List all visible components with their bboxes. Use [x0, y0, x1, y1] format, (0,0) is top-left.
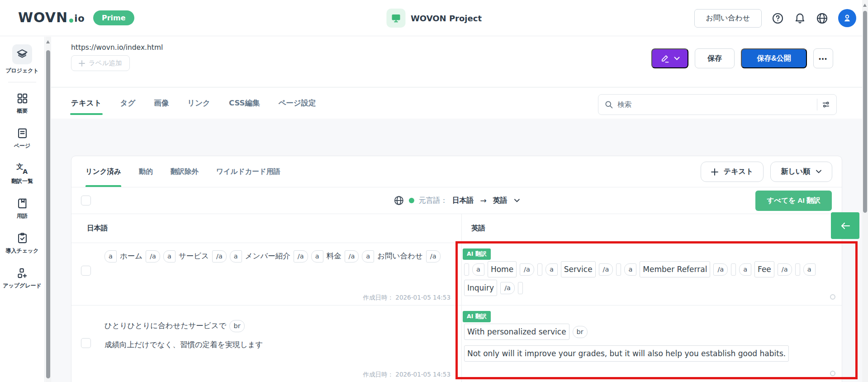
- scrollbar-thumb[interactable]: [46, 50, 50, 378]
- scroll-up-arrow[interactable]: [863, 4, 867, 7]
- inline-tag-a: a: [362, 250, 374, 263]
- translation-text-field[interactable]: Fee: [754, 261, 774, 277]
- inline-tag-a: a: [624, 263, 636, 276]
- book-icon: [16, 197, 28, 210]
- empty-translation-field[interactable]: [537, 263, 542, 276]
- sidebar-item-translations[interactable]: 文 A 翻訳一覧: [11, 162, 33, 185]
- sort-order-dropdown[interactable]: 新しい順: [770, 162, 832, 182]
- chevron-down-icon[interactable]: [514, 199, 520, 203]
- empty-translation-field[interactable]: [616, 263, 621, 276]
- globe-icon: [393, 195, 404, 206]
- content-scrollbar[interactable]: [45, 37, 51, 382]
- pen-icon: [660, 54, 670, 63]
- translation-text-field[interactable]: Service: [561, 261, 596, 277]
- sidebar-item-label: アップグレード: [3, 282, 42, 289]
- sidebar-item-overview[interactable]: 概要: [16, 92, 28, 115]
- empty-translation-field[interactable]: [518, 282, 523, 294]
- chevron-down-icon: [674, 57, 680, 61]
- subtab-excluded[interactable]: 翻訳除外: [171, 156, 199, 187]
- inline-tag-a: a: [545, 263, 558, 276]
- sidebar-item-label: 概要: [17, 108, 28, 115]
- inline-tag-end-a: /a: [599, 263, 613, 276]
- translate-all-button[interactable]: すべてを AI 翻訳: [755, 191, 832, 211]
- save-button[interactable]: 保存: [695, 48, 735, 68]
- project-switcher[interactable]: WOVON Project: [386, 0, 482, 36]
- scrollbar-thumb[interactable]: [863, 11, 867, 213]
- source-text: 料金: [327, 249, 342, 263]
- source-text: ひとりひとりに合わせたサービスで: [104, 319, 226, 333]
- edit-mode-button[interactable]: [651, 48, 688, 68]
- subtab-dynamic[interactable]: 動的: [139, 156, 153, 187]
- page-scrollbar[interactable]: [862, 0, 868, 382]
- line-break: [464, 342, 824, 343]
- empty-translation-field[interactable]: [795, 263, 800, 276]
- tab-links[interactable]: リンク: [187, 88, 210, 119]
- row-status-circle[interactable]: [830, 371, 835, 376]
- sidebar-item-glossary[interactable]: 用語: [16, 197, 28, 220]
- inline-tag-a: a: [803, 263, 816, 276]
- page-icon: [16, 127, 28, 139]
- translation-text-field[interactable]: Inquiry: [464, 280, 497, 296]
- contact-button[interactable]: お問い合わせ: [694, 9, 762, 28]
- arrow-right-icon: →: [480, 196, 486, 205]
- empty-translation-field[interactable]: [731, 263, 736, 276]
- empty-translation-field[interactable]: [464, 263, 469, 276]
- select-all-checkbox[interactable]: [81, 196, 91, 205]
- sidebar-item-pages[interactable]: ページ: [14, 127, 31, 149]
- scroll-up-arrow[interactable]: [46, 40, 50, 43]
- more-options-button[interactable]: •••: [813, 48, 833, 68]
- translation-text-field[interactable]: Home: [488, 261, 517, 277]
- search-box[interactable]: [598, 94, 837, 115]
- inline-tag-end-a: /a: [520, 263, 534, 276]
- notifications-bell-icon[interactable]: [794, 12, 806, 24]
- source-text: ホーム: [120, 249, 142, 263]
- sidebar-divider: [8, 82, 36, 82]
- tab-images[interactable]: 画像: [154, 88, 169, 119]
- help-icon[interactable]: [772, 12, 784, 24]
- row-status-circle[interactable]: [830, 294, 835, 300]
- subtab-linked[interactable]: リンク済み: [85, 156, 121, 187]
- plus-icon: [711, 168, 718, 176]
- row-checkbox[interactable]: [81, 338, 91, 348]
- add-label-button[interactable]: ラベル追加: [71, 55, 130, 71]
- inline-tag-br: br: [229, 320, 244, 332]
- upgrade-icon: [16, 267, 28, 279]
- row-checkbox[interactable]: [81, 266, 91, 276]
- language-globe-icon[interactable]: [816, 12, 828, 24]
- translation-text-field[interactable]: Not only will it improve your grades, bu…: [464, 345, 789, 362]
- collapse-panel-button[interactable]: [831, 212, 859, 239]
- user-avatar[interactable]: [838, 9, 856, 27]
- content-tab-bar: テキスト タグ 画像 リンク CSS編集 ページ設定: [51, 88, 862, 119]
- subtab-wildcard-glossary[interactable]: ワイルドカード用語: [216, 156, 280, 187]
- inline-tag-a: a: [472, 263, 484, 276]
- inline-tag-end-a: /a: [146, 250, 160, 263]
- target-column-header: 英語: [462, 214, 842, 243]
- tab-tags[interactable]: タグ: [120, 88, 136, 119]
- logo-dot-icon: [69, 19, 73, 23]
- translation-text-field[interactable]: Member Referral: [640, 261, 710, 277]
- inline-tag-end-a: /a: [778, 263, 792, 276]
- translation-text-field[interactable]: With personalized service: [464, 324, 569, 340]
- inline-tag-end-a: /a: [294, 250, 308, 263]
- language-pair-bar: 元言語： 日本語 → 英語 すべてを AI 翻訳: [71, 187, 842, 214]
- add-text-button[interactable]: テキスト: [701, 162, 764, 182]
- inline-tag-a: a: [163, 250, 175, 263]
- sidebar-item-upgrade[interactable]: アップグレード: [3, 267, 42, 289]
- text-rows: aホーム/aaサービス/aaメンバー紹介/aa料金/aaお問い合わせ/a作成日時…: [71, 243, 842, 382]
- tab-page-settings[interactable]: ページ設定: [278, 88, 316, 119]
- save-publish-button[interactable]: 保存&公開: [741, 48, 807, 68]
- search-input[interactable]: [617, 100, 813, 109]
- inline-tag-end-a: /a: [713, 263, 728, 276]
- wovn-logo[interactable]: WOVN io: [18, 10, 85, 25]
- sidebar-item-project[interactable]: プロジェクト: [5, 44, 39, 74]
- svg-text:A: A: [23, 168, 28, 175]
- tab-css-edit[interactable]: CSS編集: [229, 88, 260, 119]
- filter-icon[interactable]: [821, 100, 830, 109]
- language-pair[interactable]: 元言語： 日本語 → 英語: [393, 187, 520, 214]
- source-language: 日本語: [452, 196, 474, 205]
- tab-text[interactable]: テキスト: [71, 88, 102, 119]
- source-text: メンバー紹介: [245, 249, 290, 263]
- layers-icon: [12, 44, 32, 64]
- sidebar-item-setup-check[interactable]: 導入チェック: [5, 232, 38, 254]
- created-at-timestamp: 作成日時： 2026-01-05 14:53: [363, 371, 451, 379]
